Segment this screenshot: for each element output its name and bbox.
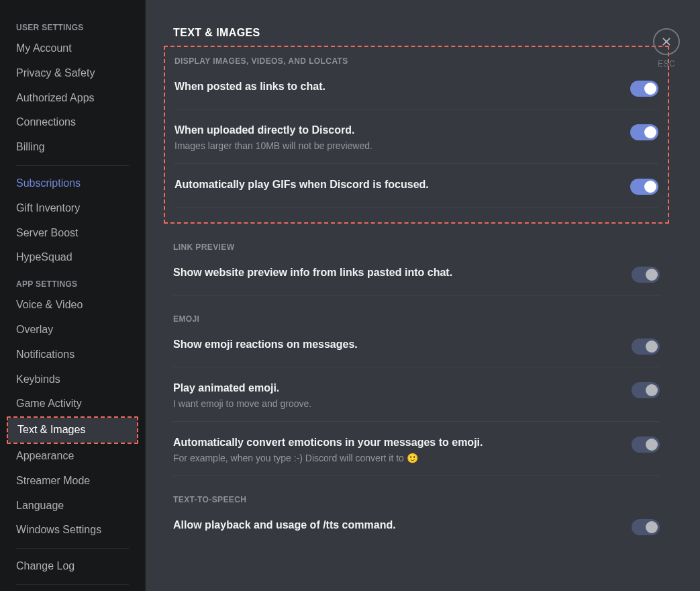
sidebar-item-notifications[interactable]: Notifications (7, 343, 138, 367)
close-button[interactable] (653, 28, 680, 55)
setting-label: When posted as links to chat. (174, 81, 326, 93)
setting-label: Automatically play GIFs when Discord is … (174, 179, 429, 191)
section-header-emoji: EMOJI (173, 314, 660, 324)
sidebar-item-change-log[interactable]: Change Log (7, 554, 138, 579)
toggle-emoji-reactions[interactable] (632, 338, 660, 355)
toggle-posted-links[interactable] (630, 81, 658, 97)
sidebar-item-subscriptions[interactable]: Subscriptions (7, 171, 138, 196)
setting-subtext: Images larger than 10MB will not be prev… (174, 140, 372, 151)
sidebar-item-streamer-mode[interactable]: Streamer Mode (7, 469, 138, 494)
sidebar-item-language[interactable]: Language (7, 494, 138, 518)
toggle-link-preview[interactable] (632, 267, 660, 283)
sidebar-item-windows-settings[interactable]: Windows Settings (7, 518, 138, 543)
setting-convert-emoticons: Automatically convert emoticons in your … (173, 433, 660, 473)
setting-label: When uploaded directly to Discord. (174, 124, 372, 136)
close-icon (661, 36, 672, 47)
section-header-tts: TEXT-TO-SPEECH (173, 495, 660, 504)
setting-emoji-reactions: Show emoji reactions on messages. (173, 334, 660, 364)
settings-sidebar: USER SETTINGS My Account Privacy & Safet… (0, 0, 146, 591)
sidebar-item-voice-video[interactable]: Voice & Video (7, 293, 138, 318)
sidebar-item-privacy-safety[interactable]: Privacy & Safety (7, 61, 138, 86)
setting-uploaded-direct: When uploaded directly to Discord. Image… (174, 120, 658, 161)
sidebar-item-hypesquad[interactable]: HypeSquad (7, 245, 138, 270)
section-header-link-preview: LINK PREVIEW (173, 242, 660, 252)
sidebar-header-user-settings: USER SETTINGS (7, 13, 138, 36)
setting-subtext: For example, when you type :-) Discord w… (173, 453, 483, 463)
page-title: TEXT & IMAGES (173, 27, 660, 39)
sidebar-header-app-settings: APP SETTINGS (7, 270, 138, 293)
sidebar-item-my-account[interactable]: My Account (7, 36, 138, 61)
row-divider (174, 109, 658, 109)
toggle-animated-emoji[interactable] (632, 382, 660, 398)
sidebar-item-gift-inventory[interactable]: Gift Inventory (7, 196, 138, 221)
toggle-uploaded-direct[interactable] (630, 124, 658, 140)
row-divider (174, 163, 658, 164)
row-divider (173, 475, 660, 476)
setting-subtext-prefix: For example, when you type :-) Discord w… (173, 453, 407, 463)
setting-animated-emoji: Play animated emoji. I want emoji to mov… (173, 378, 660, 418)
sidebar-item-game-activity[interactable]: Game Activity (7, 392, 138, 416)
setting-auto-gif: Automatically play GIFs when Discord is … (174, 175, 658, 204)
sidebar-item-text-images[interactable]: Text & Images (8, 418, 137, 443)
setting-label: Show emoji reactions on messages. (173, 338, 358, 351)
sidebar-item-server-boost[interactable]: Server Boost (7, 221, 138, 246)
setting-label: Play animated emoji. (173, 382, 311, 394)
row-divider (174, 207, 658, 208)
sidebar-item-keybinds[interactable]: Keybinds (7, 367, 138, 392)
sidebar-divider (16, 165, 129, 166)
setting-link-preview: Show website preview info from links pas… (173, 263, 660, 292)
sidebar-item-authorized-apps[interactable]: Authorized Apps (7, 86, 138, 111)
setting-label: Show website preview info from links pas… (173, 267, 452, 279)
sidebar-item-billing[interactable]: Billing (7, 135, 138, 160)
toggle-auto-gif[interactable] (630, 179, 658, 195)
toggle-tts-allow[interactable] (632, 519, 660, 535)
setting-label: Automatically convert emoticons in your … (173, 437, 483, 449)
row-divider (173, 421, 660, 422)
sidebar-divider (16, 584, 129, 585)
close-esc-label: ESC (658, 59, 675, 69)
sidebar-divider (16, 548, 129, 549)
sidebar-item-connections[interactable]: Connections (7, 110, 138, 135)
settings-content: ESC TEXT & IMAGES DISPLAY IMAGES, VIDEOS… (146, 0, 700, 591)
highlight-box-sidebar: Text & Images (7, 416, 138, 444)
setting-subtext: I want emoji to move and groove. (173, 398, 311, 409)
toggle-convert-emoticons[interactable] (632, 437, 660, 453)
setting-tts-allow: Allow playback and usage of /tts command… (173, 515, 660, 545)
row-divider (173, 367, 660, 367)
smile-emoji-icon: 🙂 (407, 453, 418, 463)
row-divider (173, 295, 660, 296)
highlight-box-display-section: DISPLAY IMAGES, VIDEOS, AND LOLCATS When… (164, 46, 669, 224)
setting-posted-links: When posted as links to chat. (174, 77, 658, 106)
setting-label: Allow playback and usage of /tts command… (173, 519, 396, 531)
sidebar-item-appearance[interactable]: Appearance (7, 444, 138, 469)
sidebar-item-overlay[interactable]: Overlay (7, 318, 138, 343)
close-control: ESC (653, 28, 680, 69)
section-header-display: DISPLAY IMAGES, VIDEOS, AND LOLCATS (174, 56, 658, 66)
